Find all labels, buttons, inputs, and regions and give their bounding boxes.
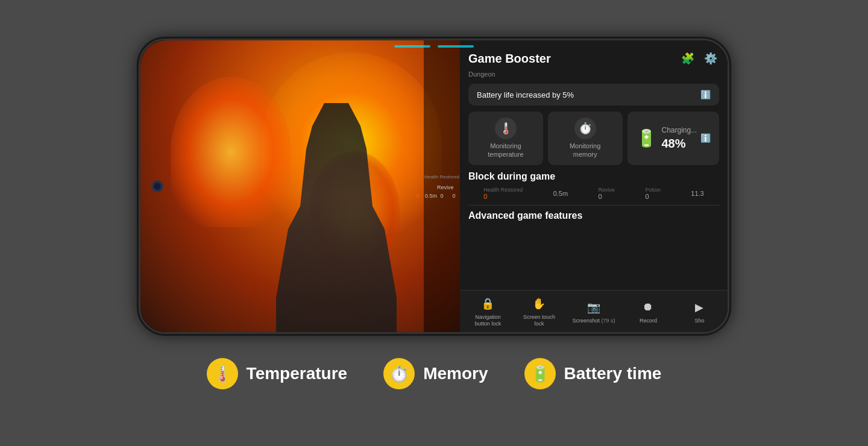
battery-icon-wrapper: 🔋 Charging... 48% [636, 126, 697, 151]
monitor-memory-card[interactable]: ⏱️ Monitoring memory [548, 111, 623, 165]
memory-legend-label: Memory [423, 364, 488, 383]
record-label: Record [640, 318, 657, 324]
battery-charging-label: Charging... [662, 126, 697, 134]
stat-potion: Potion 0 [645, 187, 661, 200]
thermometer-icon: 🌡️ [495, 118, 517, 139]
record-icon: ⏺ [640, 299, 656, 316]
battery-icon: 🔋 [636, 128, 657, 148]
settings-icon[interactable]: ⚙️ [702, 50, 719, 67]
more-label: Sho [694, 318, 704, 324]
stat-distance: 0.5m [553, 190, 568, 197]
stat-health-value: 0 [483, 193, 523, 200]
battery-legend-icon: 🔋 [524, 358, 556, 389]
score-row-headers: Revive [437, 184, 447, 190]
stat-extra-value: 11.3 [691, 190, 703, 197]
monitor-temp-label: Monitoring temperature [488, 142, 523, 159]
stat-revive-value: 0 [598, 193, 615, 200]
monitor-memory-label: Monitoring memory [570, 142, 600, 159]
advanced-features-title: Advanced game features [468, 210, 719, 221]
screenshot-label: Screenshot (79 s) [572, 318, 615, 324]
camera-hole [151, 180, 163, 192]
phone-inner: Health Restored Revive 0 0.5m 0 0 11.3 [140, 40, 728, 332]
block-during-game-title: Block during game [468, 171, 719, 182]
side-button-2 [728, 143, 729, 179]
scoreboard-overlay: Health Restored Revive 0 0.5m 0 0 11.3 [424, 40, 460, 332]
touch-lock-label: Screen touchlock [523, 314, 555, 327]
game-name: Dungeon [468, 71, 719, 78]
stat-health: Health Restored 0 [483, 187, 523, 200]
battery-info-icon[interactable]: ℹ️ [700, 133, 711, 143]
flame-2 [171, 77, 291, 227]
nav-lock-label: Navigationbutton lock [475, 314, 502, 327]
stats-row: Health Restored 0 0.5m Revive 0 Potion 0 [468, 184, 719, 206]
header-icons: 🧩 ⚙️ [679, 50, 719, 67]
stat-revive: Revive 0 [598, 187, 615, 200]
legend-temperature: 🌡️ Temperature [207, 358, 348, 389]
monitor-temp-card[interactable]: 🌡️ Monitoring temperature [468, 111, 543, 165]
battery-percent: 48% [662, 137, 697, 151]
score-val-0c: 0 [449, 193, 459, 199]
notch-pill-right [438, 45, 474, 48]
legend-memory: ⏱️ Memory [383, 358, 488, 389]
screenshot-timer: (79 s) [601, 318, 615, 324]
battery-status-card: 🔋 Charging... 48% ℹ️ [627, 111, 720, 165]
game-booster-panel: Game Booster 🧩 ⚙️ Dungeon Battery life i… [460, 40, 728, 332]
score-col-revive: Revive [437, 184, 447, 190]
battery-time-legend-label: Battery time [564, 364, 662, 383]
score-val-0: 0 [413, 193, 423, 199]
toolbar-record[interactable]: ⏺ Record [630, 299, 666, 324]
stat-health-label: Health Restored [483, 187, 523, 193]
phone-shell: Health Restored Revive 0 0.5m 0 0 11.3 [139, 39, 729, 334]
memory-legend-icon: ⏱️ [383, 358, 415, 389]
phone-top-bar [394, 45, 474, 48]
stat-distance-value: 0.5m [553, 190, 568, 197]
stat-potion-value: 0 [645, 193, 661, 200]
hand-icon: ✋ [530, 295, 547, 312]
temperature-legend-label: Temperature [247, 364, 348, 383]
battery-banner: Battery life increased by 5% ℹ️ [468, 84, 719, 105]
stat-extra: 11.3 [691, 190, 703, 197]
score-header: Health Restored [424, 174, 459, 180]
toolbar-nav-lock[interactable]: 🔒 Navigationbutton lock [470, 295, 506, 327]
bottom-legend: 🌡️ Temperature ⏱️ Memory 🔋 Battery time [207, 358, 662, 389]
stat-revive-label: Revive [598, 187, 615, 193]
legend-battery-time: 🔋 Battery time [524, 358, 662, 389]
battery-banner-text: Battery life increased by 5% [477, 90, 574, 99]
plugin-icon[interactable]: 🧩 [679, 50, 696, 67]
game-image [140, 40, 460, 332]
side-button-1 [728, 113, 729, 137]
speedometer-icon: ⏱️ [574, 118, 596, 139]
temperature-legend-icon: 🌡️ [207, 358, 238, 389]
battery-info: Charging... 48% [662, 126, 697, 151]
screenshot-icon: 📷 [585, 299, 602, 316]
lock-icon: 🔒 [479, 295, 496, 312]
stat-potion-label: Potion [645, 187, 661, 193]
info-icon[interactable]: ℹ️ [700, 90, 711, 99]
panel-title: Game Booster [468, 52, 551, 66]
toolbar-screenshot[interactable]: 📷 Screenshot (79 s) [572, 299, 615, 324]
notch-pill-left [394, 45, 430, 48]
bottom-toolbar: 🔒 Navigationbutton lock ✋ Screen touchlo… [460, 290, 728, 332]
game-content: Health Restored Revive 0 0.5m 0 0 11.3 [140, 40, 460, 332]
panel-header: Game Booster 🧩 ⚙️ [468, 50, 719, 67]
monitoring-row: 🌡️ Monitoring temperature ⏱️ Monitoring … [468, 111, 719, 165]
more-icon: ▶ [691, 299, 708, 316]
score-val-0b: 0 [437, 193, 447, 199]
score-val-05m: 0.5m [425, 193, 435, 199]
page-container: Health Restored Revive 0 0.5m 0 0 11.3 [0, 0, 868, 446]
toolbar-touch-lock[interactable]: ✋ Screen touchlock [521, 295, 557, 327]
toolbar-more[interactable]: ▶ Sho [681, 299, 717, 324]
